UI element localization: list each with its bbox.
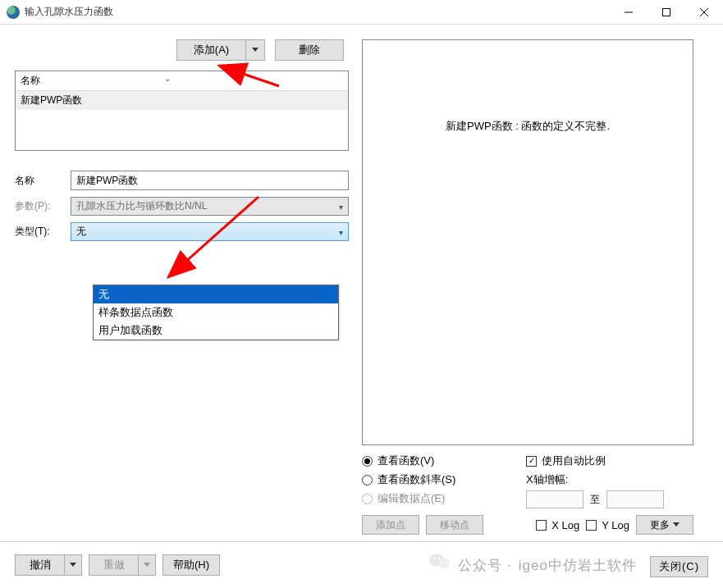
type-dropdown-popup: 无 样条数据点函数 用户加载函数 (93, 285, 339, 340)
name-label: 名称 (15, 174, 71, 188)
app-icon (7, 6, 20, 19)
svg-marker-8 (673, 522, 680, 526)
close-dialog-button[interactable]: 关闭(C) (650, 556, 708, 577)
svg-marker-9 (70, 563, 76, 567)
redo-split-button: 重做 (89, 554, 156, 576)
radio-label: 编辑数据点(E) (378, 491, 445, 506)
undo-split-button: 撤消 (15, 554, 82, 576)
radio-label: 查看函数(V) (378, 454, 434, 468)
add-point-button: 添加点 (362, 515, 419, 535)
radio-label: 查看函数斜率(S) (378, 472, 455, 487)
radio-view-slope[interactable]: 查看函数斜率(S) (362, 472, 493, 487)
svg-point-12 (438, 558, 450, 568)
radio-edit-points: 编辑数据点(E) (362, 491, 493, 506)
name-input[interactable] (71, 171, 349, 190)
undo-button[interactable]: 撤消 (15, 554, 64, 576)
radio-view-function[interactable]: 查看函数(V) (362, 454, 493, 468)
name-row: 名称 (15, 171, 349, 190)
param-combo: 孔隙水压力比与循环数比N/NL ▾ (71, 197, 349, 216)
to-label: 至 (590, 493, 600, 507)
param-label: 参数(P): (15, 199, 71, 213)
titlebar: 输入孔隙水压力函数 (0, 0, 723, 25)
radio-icon (362, 475, 373, 485)
type-label: 类型(T): (15, 225, 71, 239)
redo-button: 重做 (89, 554, 138, 576)
type-combo[interactable]: 无 ▾ (71, 222, 349, 241)
help-button[interactable]: 帮助(H) (162, 554, 220, 576)
param-row: 参数(P): 孔隙水压力比与循环数比N/NL ▾ (15, 197, 349, 216)
window-title: 输入孔隙水压力函数 (25, 5, 610, 19)
add-split-button: 添加(A) (176, 39, 265, 61)
redo-dropdown (138, 554, 156, 576)
list-header[interactable]: 名称 ⌄ (16, 71, 348, 91)
close-button[interactable] (685, 0, 723, 24)
add-button[interactable]: 添加(A) (176, 39, 245, 61)
type-combo-value: 无 (76, 225, 86, 239)
param-combo-value: 孔隙水压力比与循环数比N/NL (76, 199, 207, 213)
svg-point-13 (433, 558, 435, 559)
svg-marker-4 (252, 48, 259, 52)
footer: 撤消 重做 帮助(H) 公众号 · igeo中仿岩土软件 关闭(C) (0, 541, 723, 587)
list-header-name: 名称 (21, 74, 164, 88)
watermark-brand: igeo中仿岩土软件 (519, 556, 637, 575)
checkbox-icon (536, 520, 547, 531)
x-zoom-from[interactable] (526, 490, 583, 508)
move-point-button: 移动点 (426, 515, 483, 535)
x-zoom-to[interactable] (606, 490, 664, 508)
checkbox-icon (586, 520, 597, 531)
check-ylog[interactable]: Y Log (586, 519, 629, 531)
x-zoom-inputs: 至 (526, 490, 693, 508)
watermark-prefix: 公众号 · (458, 556, 511, 575)
checkbox-label: X Log (551, 519, 579, 531)
type-option-none[interactable]: 无 (94, 285, 338, 303)
add-dropdown-button[interactable] (245, 39, 265, 61)
delete-button[interactable]: 删除 (275, 39, 344, 61)
maximize-button[interactable] (647, 0, 685, 24)
preview-box: 新建PWP函数 : 函数的定义不完整. (362, 39, 693, 445)
sort-caret-icon: ⌄ (164, 74, 171, 88)
svg-marker-10 (144, 563, 150, 567)
watermark: 公众号 · igeo中仿岩土软件 关闭(C) (428, 552, 708, 577)
svg-rect-1 (663, 8, 670, 16)
radio-icon (362, 456, 373, 467)
wechat-icon (428, 552, 451, 570)
more-label: 更多 (650, 518, 670, 532)
checkbox-label: 使用自动比例 (542, 454, 606, 468)
type-row: 类型(T): 无 ▾ (15, 222, 349, 241)
checkbox-icon: ✓ (526, 456, 537, 467)
chevron-down-icon: ▾ (339, 227, 343, 236)
more-button[interactable]: 更多 (636, 515, 693, 535)
x-zoom-label: X轴增幅: (526, 472, 693, 487)
chevron-down-icon: ▾ (339, 202, 343, 211)
checkbox-label: Y Log (602, 519, 629, 531)
left-pane: 添加(A) 删除 名称 ⌄ 新建PWP函数 名称 参数(P): 孔隙 (0, 25, 357, 541)
svg-point-14 (438, 558, 440, 559)
chevron-down-icon (673, 522, 680, 527)
undo-dropdown[interactable] (64, 554, 82, 576)
type-option-userload[interactable]: 用户加载函数 (94, 321, 338, 340)
radio-icon (362, 494, 373, 504)
svg-point-16 (446, 562, 447, 563)
check-xlog[interactable]: X Log (536, 519, 579, 531)
function-list[interactable]: 名称 ⌄ 新建PWP函数 (15, 71, 349, 151)
left-toolbar: 添加(A) 删除 (15, 39, 349, 61)
preview-message: 新建PWP函数 : 函数的定义不完整. (446, 120, 610, 132)
type-option-spline[interactable]: 样条数据点函数 (94, 303, 338, 321)
window-controls (610, 0, 723, 24)
right-controls: 查看函数(V) 查看函数斜率(S) 编辑数据点(E) ✓ 使用自动比例 (362, 454, 693, 535)
minimize-button[interactable] (610, 0, 647, 24)
svg-point-15 (442, 562, 443, 563)
right-pane: 新建PWP函数 : 函数的定义不完整. 查看函数(V) 查看函数斜率(S) 编辑… (357, 25, 708, 541)
check-auto-scale[interactable]: ✓ 使用自动比例 (526, 454, 693, 468)
list-item[interactable]: 新建PWP函数 (16, 91, 348, 110)
